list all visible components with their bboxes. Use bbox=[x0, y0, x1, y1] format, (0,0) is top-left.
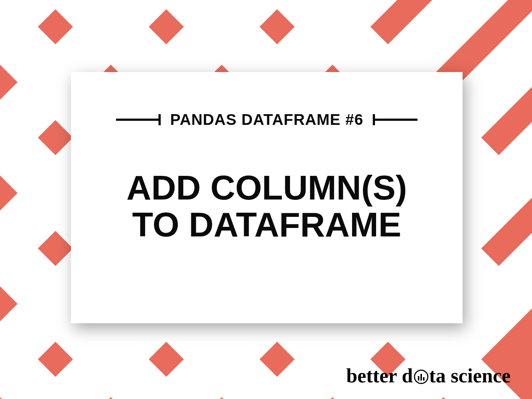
series-label: PANDAS DATAFRAME #6 bbox=[170, 111, 363, 129]
svg-rect-1 bbox=[418, 376, 419, 381]
decoration-left bbox=[116, 114, 161, 125]
main-title: ADD COLUMN(S) TO DATAFRAME bbox=[126, 169, 407, 243]
bar-chart-icon bbox=[414, 369, 429, 384]
brand-text-part1: better d bbox=[346, 364, 413, 387]
brand-logo: better d ta science bbox=[346, 364, 511, 387]
svg-rect-2 bbox=[420, 374, 422, 381]
title-line-2: TO DATAFRAME bbox=[126, 206, 407, 243]
series-header: PANDAS DATAFRAME #6 bbox=[116, 111, 417, 129]
title-card: PANDAS DATAFRAME #6 ADD COLUMN(S) TO DAT… bbox=[71, 72, 463, 323]
title-line-1: ADD COLUMN(S) bbox=[126, 169, 407, 206]
decoration-right bbox=[373, 114, 417, 125]
brand-text-part2: ta science bbox=[429, 364, 511, 387]
svg-rect-3 bbox=[423, 377, 424, 381]
